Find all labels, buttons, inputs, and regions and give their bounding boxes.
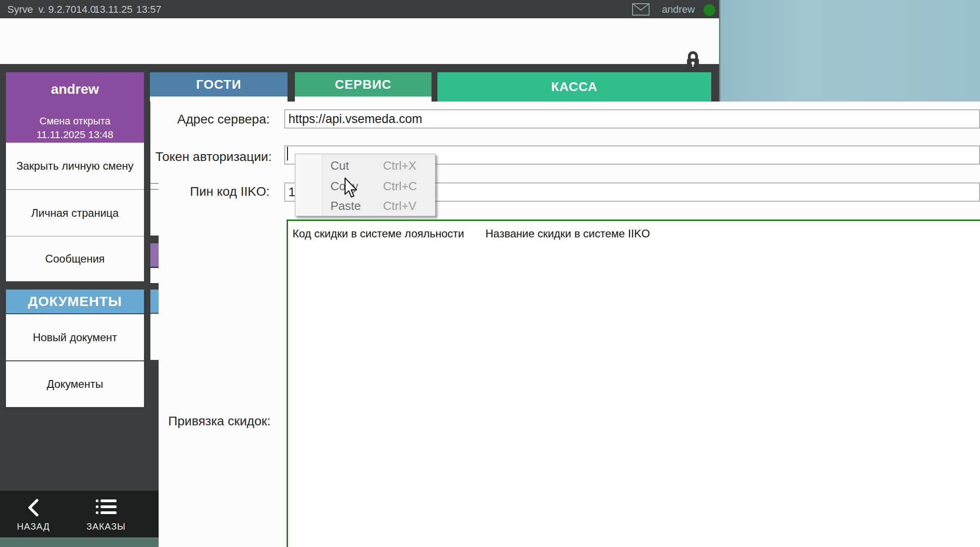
header-strip [0, 18, 719, 64]
auth-token-label: Токен авторизации: [155, 150, 270, 164]
background-window-strip [150, 314, 159, 360]
tab-guests[interactable]: ГОСТИ [150, 72, 288, 97]
messages-envelope-icon[interactable] [632, 3, 650, 16]
bottom-navigation-bar: НАЗАД ЗАКАЗЫ [0, 491, 159, 537]
background-window-teal-strip [0, 539, 159, 547]
menu-item-copy[interactable]: Copy Ctrl+C [295, 176, 435, 196]
orders-list-icon [96, 499, 117, 515]
table-header-iiko-name: Название скидки в системе IIKO [485, 227, 650, 240]
sidebar-item-label: Личная страница [31, 207, 118, 220]
tab-cash-selected[interactable]: КАССА [437, 72, 711, 102]
discount-binding-label: Привязка скидок: [156, 414, 271, 429]
shift-datetime: 11.11.2025 13:48 [37, 129, 113, 140]
window-edge [719, 0, 720, 102]
shift-status-text: Смена открыта [39, 115, 110, 127]
sidebar-documents-header: ДОКУМЕНТЫ [6, 290, 144, 313]
sidebar-item-label: Документы [47, 378, 103, 391]
server-address-label: Адрес сервера: [155, 112, 270, 127]
tab-service-label: СЕРВИС [335, 77, 391, 92]
sidebar-item-documents[interactable]: Документы [6, 361, 144, 407]
discount-mapping-table[interactable]: Код скидки в системе лояльности Название… [287, 220, 980, 547]
time-label: 13:57 [136, 4, 161, 16]
tab-underlay [295, 97, 431, 102]
online-status-dot [703, 4, 715, 16]
context-menu: Cut Ctrl+X Copy Ctrl+C Paste Ctrl+V [295, 154, 436, 216]
menu-item-paste[interactable]: Paste Ctrl+V [295, 195, 435, 216]
sidebar-item-personal-page[interactable]: Личная страница [6, 189, 144, 236]
sidebar-item-new-document[interactable]: Новый документ [6, 314, 144, 360]
tab-cash-label: КАССА [551, 80, 598, 94]
table-header-loyalty-code: Код скидки в системе лояльности [293, 227, 464, 240]
shift-status: Смена открыта 11.11.2025 13:48 [6, 114, 144, 142]
app-name: Syrve [7, 4, 33, 16]
background-window-strip-purple [150, 243, 159, 267]
back-button[interactable]: НАЗАД [6, 491, 61, 537]
back-button-label: НАЗАД [6, 521, 61, 532]
menu-item-shortcut: Ctrl+V [383, 199, 416, 213]
mouse-cursor [343, 177, 358, 198]
tab-underlay [150, 97, 288, 102]
documents-header-label: ДОКУМЕНТЫ [28, 294, 122, 309]
title-bar: Syrve v. 9.2.7014.0 13.11.25 13:57 andre… [0, 0, 719, 18]
orders-button-label: ЗАКАЗЫ [79, 521, 133, 532]
menu-item-shortcut: Ctrl+X [383, 159, 416, 173]
sidebar-item-messages[interactable]: Сообщения [6, 236, 144, 281]
menu-item-cut[interactable]: Cut Ctrl+X [295, 155, 435, 176]
sidebar-item-label: Закрыть личную смену [16, 160, 133, 172]
lock-icon[interactable] [685, 50, 701, 70]
sidebar-username: andrew [6, 81, 144, 97]
sidebar-user-card: andrew Смена открыта 11.11.2025 13:48 [6, 72, 144, 143]
date-label: 13.11.25 [94, 4, 133, 16]
sidebar-item-label: Сообщения [45, 252, 105, 265]
pos-settings-screen: Syrve v. 9.2.7014.0 13.11.25 13:57 andre… [0, 0, 980, 547]
menu-item-label: Paste [330, 199, 361, 213]
server-address-input[interactable] [284, 109, 980, 129]
orders-button[interactable]: ЗАКАЗЫ [79, 491, 133, 537]
sidebar-item-close-shift[interactable]: Закрыть личную смену [6, 143, 144, 189]
app-version: v. 9.2.7014.0 [38, 4, 96, 16]
back-chevron-icon [26, 499, 41, 517]
tab-guests-label: ГОСТИ [196, 77, 241, 92]
desktop-background [719, 0, 980, 102]
topbar-username: andrew [662, 4, 695, 16]
sidebar-item-label: Новый документ [33, 331, 117, 344]
pin-code-label: Пин код IIKO: [155, 184, 270, 199]
tab-service[interactable]: СЕРВИС [295, 72, 431, 97]
text-caret [287, 147, 288, 161]
background-window-strip [150, 183, 159, 184]
background-window-strip-blue [150, 290, 159, 313]
background-window-strip [150, 268, 159, 283]
menu-item-shortcut: Ctrl+C [383, 179, 417, 193]
menu-item-label: Cut [330, 159, 349, 173]
